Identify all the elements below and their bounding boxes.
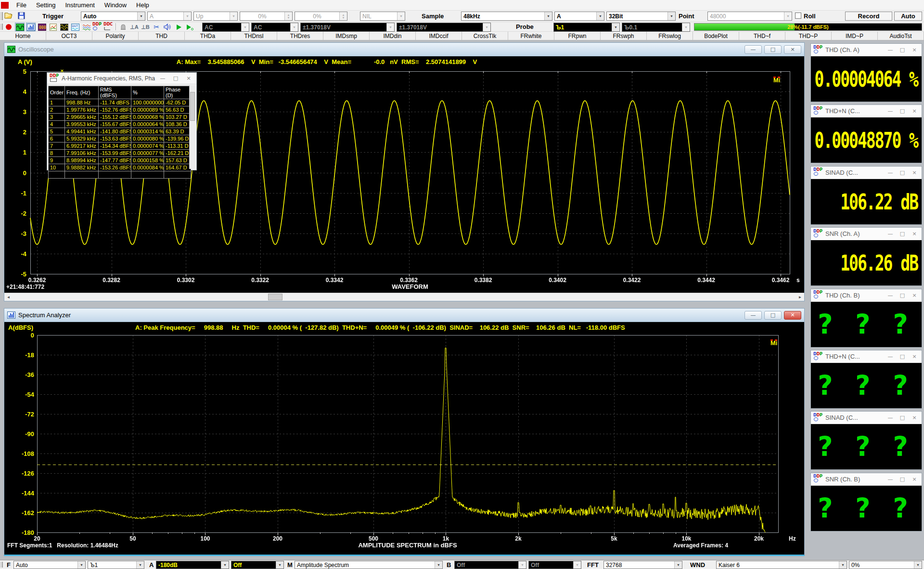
freq-mode-select[interactable]: Auto bbox=[13, 561, 86, 569]
table-row[interactable]: 43.99553 kHz-155.67 dBFS0.0000064 %108.3… bbox=[49, 121, 191, 128]
table-row[interactable]: 54.99441 kHz-141.80 dBFS0.0000314 %63.39… bbox=[49, 128, 191, 135]
menu-item-instrument[interactable]: Instrument bbox=[60, 0, 99, 11]
overlap-select[interactable]: 0% bbox=[849, 561, 922, 569]
spectrum-analyzer-icon[interactable] bbox=[26, 23, 36, 31]
maximize-button[interactable]: □ bbox=[170, 75, 181, 81]
ddp-viewer-icon[interactable]: DDP bbox=[92, 23, 102, 31]
tab-imdsmp[interactable]: IMDsmp bbox=[323, 32, 370, 40]
sample-bits-select[interactable]: 32Bit bbox=[606, 12, 676, 21]
dropdown-arrow-icon[interactable] bbox=[276, 561, 283, 569]
save-button[interactable] bbox=[16, 11, 26, 20]
probe-b-select[interactable]: Ъ0.1 bbox=[622, 23, 690, 32]
dropdown-arrow-icon[interactable] bbox=[544, 12, 552, 20]
tab-thd~f[interactable]: THD~f bbox=[739, 32, 785, 40]
minimize-button[interactable]: — bbox=[744, 45, 762, 54]
close-button[interactable]: × bbox=[910, 353, 919, 360]
marker-b-icon[interactable]: ⊥B bbox=[141, 23, 150, 31]
dropdown-arrow-icon[interactable] bbox=[839, 561, 847, 569]
a-range-select[interactable]: -180dB bbox=[156, 561, 229, 569]
meter-titlebar[interactable]: DDPTHD+N (C...—□× bbox=[811, 350, 922, 363]
menu-item-help[interactable]: Help bbox=[131, 0, 154, 11]
maximize-button[interactable]: □ bbox=[898, 353, 907, 360]
open-file-button[interactable] bbox=[4, 11, 13, 20]
minimize-button[interactable]: — bbox=[744, 311, 762, 320]
toolbar-grip[interactable] bbox=[0, 562, 3, 568]
close-button[interactable]: × bbox=[910, 292, 919, 298]
tab-audiotst[interactable]: AudioTst bbox=[878, 32, 924, 40]
meter-titlebar[interactable]: DDPSINAD (C...—□× bbox=[811, 412, 922, 424]
toolbar-grip[interactable] bbox=[0, 12, 3, 20]
toolbar-grip[interactable] bbox=[0, 24, 3, 30]
dropdown-arrow-icon[interactable] bbox=[221, 561, 229, 569]
coupling-a-select[interactable]: AC bbox=[202, 23, 249, 32]
sample-channel-select[interactable]: A bbox=[554, 12, 604, 21]
close-button[interactable]: × bbox=[910, 476, 919, 482]
table-row[interactable]: 65.99329 kHz-153.63 dBFS0.0000080 %-139.… bbox=[49, 135, 191, 142]
dropdown-arrow-icon[interactable] bbox=[612, 23, 619, 31]
oscilloscope-icon[interactable] bbox=[15, 23, 25, 31]
tab-imd~p[interactable]: IMD~P bbox=[832, 32, 878, 40]
maximize-button[interactable]: □ bbox=[898, 292, 907, 298]
minimize-button[interactable]: — bbox=[886, 292, 895, 298]
dropdown-arrow-icon[interactable] bbox=[596, 12, 604, 20]
freq-probe-select[interactable]: Ъ1 bbox=[88, 561, 144, 569]
trigger-frames-select[interactable]: NIL bbox=[360, 12, 405, 21]
tab-frwhite[interactable]: FRwhite bbox=[508, 32, 554, 40]
tab-home[interactable]: Home bbox=[0, 32, 46, 40]
dropdown-arrow-icon[interactable] bbox=[435, 561, 442, 569]
data-logger-icon[interactable] bbox=[48, 23, 58, 31]
tab-thda[interactable]: THDa bbox=[185, 32, 231, 40]
tab-oct3[interactable]: OCT3 bbox=[46, 32, 92, 40]
trigger-edge-select[interactable]: Up bbox=[193, 12, 238, 21]
scroll-thumb[interactable] bbox=[190, 92, 195, 121]
coupling-b-select[interactable]: AC bbox=[251, 23, 298, 32]
ddc-icon[interactable]: DDC bbox=[103, 23, 113, 31]
derived-datapoints-icon[interactable] bbox=[81, 23, 91, 31]
tab-polarity[interactable]: Polarity bbox=[92, 32, 139, 40]
menu-item-window[interactable]: Window bbox=[100, 0, 131, 11]
table-row[interactable]: 76.99217 kHz-154.34 dBFS0.0000074 %-113.… bbox=[49, 142, 191, 150]
close-button[interactable]: ✕ bbox=[784, 311, 801, 320]
dropdown-arrow-icon[interactable] bbox=[77, 561, 85, 569]
menu-item-file[interactable]: File bbox=[12, 0, 31, 11]
tab-frswph[interactable]: FRswph bbox=[601, 32, 647, 40]
display-mode-select[interactable]: Amplitude Spectrum bbox=[295, 561, 443, 569]
spectrum-titlebar[interactable]: Spectrum Analyzer — □ ✕ bbox=[4, 309, 804, 322]
maximize-button[interactable]: □ bbox=[898, 414, 907, 421]
hold-run-icon[interactable] bbox=[118, 23, 128, 31]
signal-generator-icon[interactable] bbox=[59, 23, 69, 31]
tab-imddin[interactable]: IMDdin bbox=[370, 32, 416, 40]
range-b-select[interactable]: ±1.37018V bbox=[397, 23, 491, 32]
spinner-arrows-icon[interactable] bbox=[339, 12, 347, 20]
restore-button[interactable]: □ bbox=[764, 311, 782, 320]
minimize-button[interactable]: — bbox=[886, 476, 895, 482]
oscilloscope-titlebar[interactable]: Oscilloscope — □ × bbox=[4, 43, 804, 56]
speaker-icon[interactable] bbox=[163, 23, 172, 31]
table-row[interactable]: 109.98882 kHz-153.26 dBFS0.0000084 %164.… bbox=[49, 164, 191, 171]
dropdown-arrow-icon[interactable] bbox=[674, 561, 682, 569]
spinner-arrows-icon[interactable] bbox=[284, 12, 292, 20]
trigger-level-spinner[interactable]: 0% bbox=[240, 12, 293, 21]
harmonics-vscrollbar[interactable] bbox=[189, 85, 195, 169]
tab-imdccif[interactable]: IMDccif bbox=[416, 32, 462, 40]
tab-thd~p[interactable]: THD~P bbox=[785, 32, 832, 40]
restore-button[interactable]: □ bbox=[764, 45, 782, 54]
b-mode-select[interactable]: Off bbox=[528, 561, 581, 569]
record-button[interactable]: Record bbox=[845, 12, 892, 21]
table-row[interactable]: 87.99106 kHz-153.99 dBFS0.0000077 %-162.… bbox=[49, 150, 191, 157]
close-button[interactable]: × bbox=[910, 414, 919, 421]
play-icon[interactable] bbox=[174, 23, 183, 31]
dropdown-arrow-icon[interactable] bbox=[914, 561, 922, 569]
probe-a-select[interactable]: Ъ1 bbox=[553, 23, 620, 32]
dropdown-arrow-icon[interactable] bbox=[667, 12, 675, 20]
point-count-select[interactable]: 48000 bbox=[707, 12, 792, 21]
table-row[interactable]: 1998.88 Hz-11.74 dBFS100.0000000 ...-62.… bbox=[49, 99, 191, 106]
maximize-button[interactable]: □ bbox=[898, 476, 907, 482]
play-selection-icon[interactable] bbox=[185, 23, 194, 31]
dropdown-arrow-icon[interactable] bbox=[137, 12, 145, 20]
trigger-source-select[interactable]: A bbox=[147, 12, 192, 21]
trigger-mode-select[interactable]: Auto bbox=[81, 12, 145, 21]
harmonics-titlebar[interactable]: DDP A-Harmonic Frequencies, RMS, Phases … bbox=[47, 73, 196, 84]
dropdown-arrow-icon[interactable] bbox=[136, 561, 144, 569]
tab-thdres[interactable]: THDres bbox=[277, 32, 323, 40]
